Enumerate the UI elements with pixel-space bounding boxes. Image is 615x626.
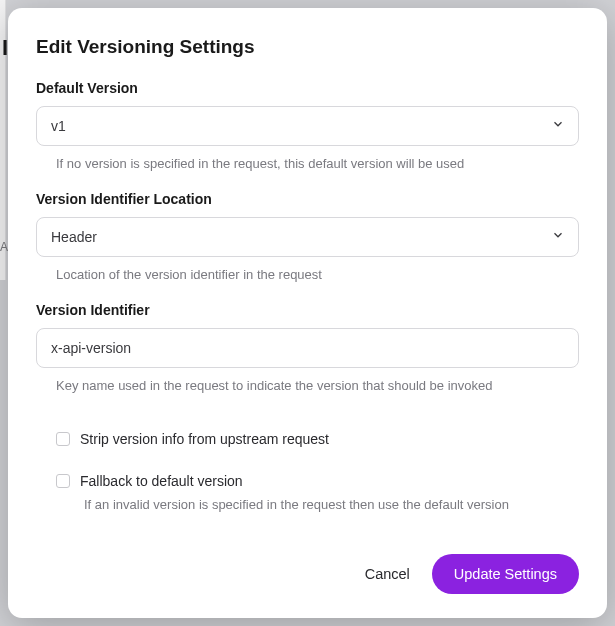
identifier-location-label: Version Identifier Location bbox=[36, 191, 579, 207]
identifier-label: Version Identifier bbox=[36, 302, 579, 318]
field-identifier: Version Identifier Key name used in the … bbox=[36, 302, 579, 393]
default-version-hint: If no version is specified in the reques… bbox=[56, 156, 579, 171]
field-default-version: Default Version v1 If no version is spec… bbox=[36, 80, 579, 171]
fallback-hint: If an invalid version is specified in th… bbox=[84, 497, 579, 512]
background-small: A bbox=[0, 240, 8, 254]
strip-checkbox-label: Strip version info from upstream request bbox=[80, 431, 329, 447]
identifier-location-hint: Location of the version identifier in th… bbox=[56, 267, 579, 282]
modal-title: Edit Versioning Settings bbox=[36, 36, 579, 58]
identifier-location-select[interactable]: Header bbox=[36, 217, 579, 257]
strip-checkbox[interactable] bbox=[56, 432, 70, 446]
default-version-select-wrap[interactable]: v1 bbox=[36, 106, 579, 146]
identifier-input[interactable] bbox=[36, 328, 579, 368]
default-version-label: Default Version bbox=[36, 80, 579, 96]
fallback-checkbox-label: Fallback to default version bbox=[80, 473, 243, 489]
field-identifier-location: Version Identifier Location Header Locat… bbox=[36, 191, 579, 282]
identifier-hint: Key name used in the request to indicate… bbox=[56, 378, 579, 393]
default-version-select[interactable]: v1 bbox=[36, 106, 579, 146]
cancel-button[interactable]: Cancel bbox=[365, 566, 410, 582]
identifier-location-select-wrap[interactable]: Header bbox=[36, 217, 579, 257]
modal-footer: Cancel Update Settings bbox=[36, 534, 579, 594]
versioning-settings-modal: Edit Versioning Settings Default Version… bbox=[8, 8, 607, 618]
strip-checkbox-row: Strip version info from upstream request bbox=[56, 431, 579, 447]
update-settings-button[interactable]: Update Settings bbox=[432, 554, 579, 594]
fallback-checkbox[interactable] bbox=[56, 474, 70, 488]
fallback-checkbox-row: Fallback to default version bbox=[56, 473, 579, 489]
